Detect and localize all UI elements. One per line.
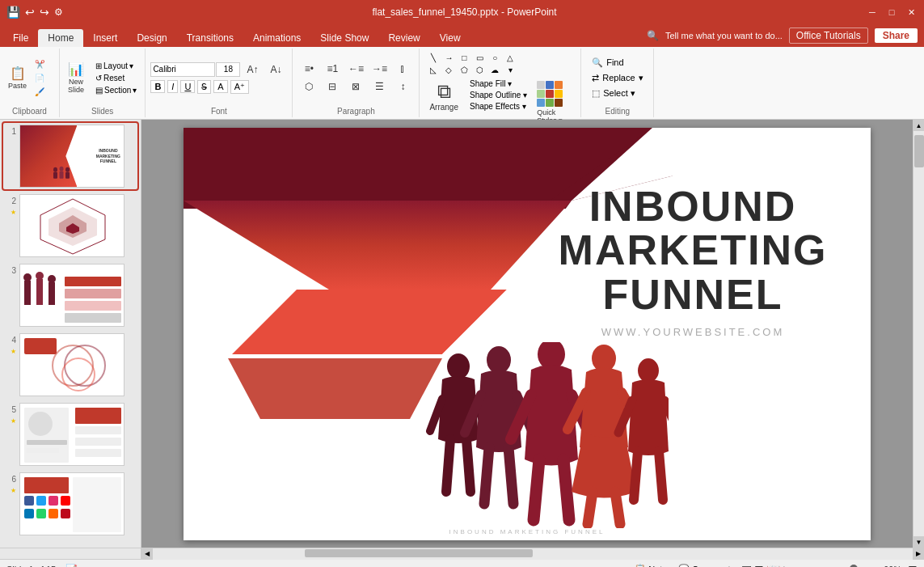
italic-button[interactable]: I bbox=[167, 80, 178, 93]
tab-file[interactable]: File bbox=[3, 29, 38, 47]
font-size-input[interactable] bbox=[216, 62, 240, 77]
slide-img-6 bbox=[19, 472, 124, 535]
reading-view-button[interactable]: 📖 bbox=[766, 563, 780, 568]
justify-button[interactable]: ☰ bbox=[368, 79, 390, 94]
new-slide-button[interactable]: 📊 NewSlide bbox=[65, 60, 87, 95]
office-tutorials-button[interactable]: Office Tutorials bbox=[789, 28, 868, 44]
hscroll-thumb[interactable] bbox=[305, 549, 533, 557]
shape-fill-button[interactable]: Shape Fill ▾ bbox=[466, 78, 530, 89]
slideshow-button[interactable]: ⊳ bbox=[783, 563, 792, 568]
right-triangle-shape[interactable]: ◺ bbox=[426, 64, 441, 75]
slide-thumb-3[interactable]: 3 bbox=[3, 262, 137, 328]
slide-thumb-5[interactable]: 5 ★ bbox=[3, 401, 137, 468]
tab-slideshow[interactable]: Slide Show bbox=[310, 29, 378, 47]
scroll-thumb[interactable] bbox=[914, 135, 924, 167]
scroll-down-button[interactable]: ▼ bbox=[913, 536, 925, 548]
underline-button[interactable]: U bbox=[180, 80, 195, 93]
svg-point-2 bbox=[59, 167, 63, 171]
replace-button[interactable]: ⇄ Replace ▾ bbox=[589, 71, 646, 85]
vertical-scrollbar[interactable]: ▲ ▼ bbox=[913, 120, 924, 548]
shape-effects-button[interactable]: Shape Effects ▾ bbox=[466, 101, 530, 112]
cloud-shape[interactable]: ☁ bbox=[487, 64, 502, 75]
cut-button[interactable]: ✂️ bbox=[32, 58, 54, 70]
increase-indent-button[interactable]: →≡ bbox=[368, 61, 390, 76]
rect-shape[interactable]: □ bbox=[457, 52, 471, 63]
copy-button[interactable]: 📄 bbox=[32, 72, 54, 84]
tab-review[interactable]: Review bbox=[378, 29, 429, 47]
comments-button[interactable]: 💬 Comments bbox=[678, 564, 735, 567]
decrease-indent-button[interactable]: ←≡ bbox=[344, 61, 367, 76]
tab-view[interactable]: View bbox=[430, 29, 470, 47]
tell-me-label[interactable]: Tell me what you want to do... bbox=[665, 31, 783, 40]
svg-rect-12 bbox=[24, 281, 31, 305]
tab-animations[interactable]: Animations bbox=[243, 29, 310, 47]
paste-button[interactable]: 📋 Paste bbox=[5, 64, 30, 91]
svg-rect-5 bbox=[65, 172, 70, 179]
hscroll-right-button[interactable]: ▶ bbox=[913, 548, 924, 560]
font-size-decrease-button[interactable]: A↓ bbox=[264, 62, 287, 77]
slide-thumb-2[interactable]: 2 ★ bbox=[3, 193, 137, 259]
format-painter-button[interactable]: 🖌️ bbox=[32, 86, 54, 98]
share-button[interactable]: Share bbox=[875, 28, 918, 43]
zoom-handle[interactable] bbox=[850, 565, 858, 568]
reset-button[interactable]: ↺ Reset bbox=[92, 73, 140, 83]
canvas-area[interactable]: INBOUND MARKETING FUNNEL WWW.YOURWEBSITE… bbox=[141, 120, 913, 548]
tab-transitions[interactable]: Transitions bbox=[177, 29, 243, 47]
align-right-button[interactable]: ⊠ bbox=[344, 79, 367, 94]
fit-slide-button[interactable]: ⊡ bbox=[908, 563, 918, 568]
slide-num-5: 5 bbox=[5, 403, 16, 417]
customize-icon[interactable]: ⚙ bbox=[54, 6, 63, 18]
close-button[interactable]: ✕ bbox=[905, 6, 918, 19]
slide-thumb-6[interactable]: 6 ★ bbox=[3, 471, 137, 537]
pentagon-shape[interactable]: ⬠ bbox=[457, 64, 471, 75]
save-icon[interactable]: 💾 bbox=[6, 6, 20, 19]
tab-home[interactable]: Home bbox=[38, 29, 83, 47]
slide-count: Slide 1 of 15 bbox=[6, 565, 56, 568]
slide-thumb-1[interactable]: 1 INBOUNDMARKETINGFUNNEL bbox=[3, 123, 137, 189]
triangle-shape[interactable]: △ bbox=[503, 52, 517, 63]
more-shapes[interactable]: ▾ bbox=[503, 64, 517, 75]
align-left-button[interactable]: ⬡ bbox=[297, 79, 320, 94]
bold-button[interactable]: B bbox=[150, 80, 165, 93]
select-button[interactable]: ⬚ Select ▾ bbox=[589, 87, 639, 100]
arrow-shape[interactable]: → bbox=[441, 52, 456, 63]
slide-panel[interactable]: 1 INBOUNDMARKETINGFUNNEL bbox=[0, 120, 141, 548]
redo-icon[interactable]: ↪ bbox=[40, 6, 49, 19]
font-color-button[interactable]: A bbox=[213, 80, 227, 93]
find-button[interactable]: 🔍 Find bbox=[589, 56, 627, 70]
svg-point-75 bbox=[638, 358, 659, 383]
layout-button[interactable]: ⊞ Layout ▾ bbox=[92, 61, 140, 71]
qs-cell-3 bbox=[555, 81, 563, 89]
font-name-input[interactable] bbox=[150, 62, 215, 77]
text-shadow-button[interactable]: A⁺ bbox=[230, 80, 249, 94]
hexagon-shape[interactable]: ⬡ bbox=[472, 64, 487, 75]
strikethrough-button[interactable]: S̶ bbox=[197, 80, 211, 94]
shape-outline-button[interactable]: Shape Outline ▾ bbox=[466, 90, 530, 100]
oval-shape[interactable]: ○ bbox=[487, 52, 502, 63]
normal-view-button[interactable]: ▣ bbox=[741, 563, 752, 568]
line-spacing-button[interactable]: ↕ bbox=[391, 79, 414, 94]
diamond-shape[interactable]: ◇ bbox=[441, 64, 456, 75]
align-center-button[interactable]: ⊟ bbox=[321, 79, 344, 94]
round-rect-shape[interactable]: ▭ bbox=[472, 52, 487, 63]
font-size-increase-button[interactable]: A↑ bbox=[241, 62, 264, 77]
undo-icon[interactable]: ↩ bbox=[25, 6, 35, 19]
minimize-button[interactable]: ─ bbox=[866, 6, 879, 19]
scroll-up-button[interactable]: ▲ bbox=[913, 120, 925, 131]
slide-thumb-4[interactable]: 4 ★ bbox=[3, 332, 137, 398]
numbered-list-button[interactable]: ≡1 bbox=[321, 61, 344, 76]
section-button[interactable]: ▤ Section ▾ bbox=[92, 85, 140, 95]
slide-notes-icon[interactable]: 📝 bbox=[65, 564, 78, 568]
tab-design[interactable]: Design bbox=[127, 29, 176, 47]
tab-insert[interactable]: Insert bbox=[83, 29, 127, 47]
svg-line-68 bbox=[534, 459, 539, 520]
notes-button[interactable]: 📋 Notes bbox=[635, 564, 672, 567]
zoom-in-button[interactable]: + bbox=[875, 565, 880, 568]
slide-sorter-button[interactable]: ⊞ bbox=[754, 563, 764, 568]
text-columns-button[interactable]: ⫿ bbox=[391, 61, 414, 76]
bullet-list-button[interactable]: ≡• bbox=[297, 61, 320, 76]
restore-button[interactable]: □ bbox=[885, 6, 898, 19]
line-shape[interactable]: ╲ bbox=[426, 52, 441, 63]
hscroll-left-button[interactable]: ◀ bbox=[141, 548, 153, 560]
zoom-out-button[interactable]: − bbox=[799, 565, 804, 568]
